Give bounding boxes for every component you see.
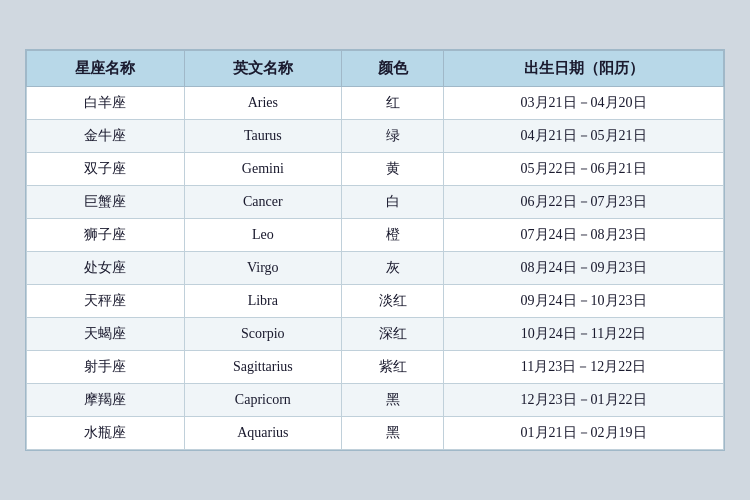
cell-dates: 12月23日－01月22日 [444,384,724,417]
table-row: 巨蟹座Cancer白06月22日－07月23日 [27,186,724,219]
table-row: 射手座Sagittarius紫红11月23日－12月22日 [27,351,724,384]
cell-english: Leo [184,219,342,252]
cell-dates: 06月22日－07月23日 [444,186,724,219]
cell-color: 紫红 [342,351,444,384]
cell-color: 深红 [342,318,444,351]
cell-english: Sagittarius [184,351,342,384]
cell-dates: 10月24日－11月22日 [444,318,724,351]
cell-chinese: 处女座 [27,252,185,285]
cell-dates: 09月24日－10月23日 [444,285,724,318]
cell-color: 灰 [342,252,444,285]
cell-english: Libra [184,285,342,318]
cell-color: 黄 [342,153,444,186]
cell-chinese: 白羊座 [27,87,185,120]
table-header-row: 星座名称 英文名称 颜色 出生日期（阳历） [27,51,724,87]
cell-chinese: 摩羯座 [27,384,185,417]
cell-dates: 03月21日－04月20日 [444,87,724,120]
cell-color: 绿 [342,120,444,153]
cell-english: Aquarius [184,417,342,450]
table-row: 白羊座Aries红03月21日－04月20日 [27,87,724,120]
col-header-chinese: 星座名称 [27,51,185,87]
table-row: 水瓶座Aquarius黑01月21日－02月19日 [27,417,724,450]
cell-english: Virgo [184,252,342,285]
cell-english: Aries [184,87,342,120]
cell-color: 白 [342,186,444,219]
table-row: 天秤座Libra淡红09月24日－10月23日 [27,285,724,318]
cell-english: Cancer [184,186,342,219]
cell-chinese: 双子座 [27,153,185,186]
cell-dates: 05月22日－06月21日 [444,153,724,186]
table-row: 摩羯座Capricorn黑12月23日－01月22日 [27,384,724,417]
cell-english: Capricorn [184,384,342,417]
cell-chinese: 天蝎座 [27,318,185,351]
col-header-color: 颜色 [342,51,444,87]
col-header-dates: 出生日期（阳历） [444,51,724,87]
table-row: 双子座Gemini黄05月22日－06月21日 [27,153,724,186]
zodiac-table-container: 星座名称 英文名称 颜色 出生日期（阳历） 白羊座Aries红03月21日－04… [25,49,725,451]
cell-dates: 07月24日－08月23日 [444,219,724,252]
cell-chinese: 天秤座 [27,285,185,318]
cell-chinese: 狮子座 [27,219,185,252]
cell-english: Gemini [184,153,342,186]
cell-chinese: 巨蟹座 [27,186,185,219]
table-row: 处女座Virgo灰08月24日－09月23日 [27,252,724,285]
cell-chinese: 水瓶座 [27,417,185,450]
cell-english: Taurus [184,120,342,153]
cell-english: Scorpio [184,318,342,351]
table-body: 白羊座Aries红03月21日－04月20日金牛座Taurus绿04月21日－0… [27,87,724,450]
cell-color: 黑 [342,384,444,417]
cell-dates: 01月21日－02月19日 [444,417,724,450]
cell-color: 红 [342,87,444,120]
cell-color: 淡红 [342,285,444,318]
table-row: 金牛座Taurus绿04月21日－05月21日 [27,120,724,153]
cell-chinese: 射手座 [27,351,185,384]
cell-dates: 11月23日－12月22日 [444,351,724,384]
table-row: 天蝎座Scorpio深红10月24日－11月22日 [27,318,724,351]
table-row: 狮子座Leo橙07月24日－08月23日 [27,219,724,252]
cell-dates: 08月24日－09月23日 [444,252,724,285]
col-header-english: 英文名称 [184,51,342,87]
cell-color: 黑 [342,417,444,450]
cell-chinese: 金牛座 [27,120,185,153]
zodiac-table: 星座名称 英文名称 颜色 出生日期（阳历） 白羊座Aries红03月21日－04… [26,50,724,450]
cell-color: 橙 [342,219,444,252]
cell-dates: 04月21日－05月21日 [444,120,724,153]
